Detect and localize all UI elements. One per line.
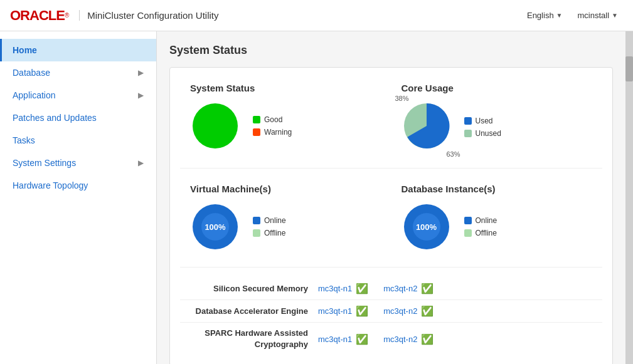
- system-status-card: System Status Good: [180, 78, 391, 158]
- db-card: Database Instance(s) 100%: [391, 179, 603, 257]
- legend-used: Used: [464, 117, 501, 125]
- feature-node-2-1: mc3qt-n2 ✅: [383, 333, 434, 345]
- legend-unused-label: Unused: [476, 129, 501, 138]
- sidebar: Home Database ▶ Application ▶ Patches an…: [0, 31, 157, 364]
- feature-nodes-2: mc3qt-n1 ✅ mc3qt-n2 ✅: [318, 333, 602, 345]
- content-area: System Status System Status: [157, 31, 625, 364]
- sidebar-item-system-settings[interactable]: System Settings ▶: [0, 152, 156, 174]
- feature-name-2: SPARC Hardware Assisted Cryptography: [180, 328, 318, 350]
- main-layout: Home Database ▶ Application ▶ Patches an…: [0, 31, 633, 364]
- check-icon-2-0: ✅: [356, 333, 368, 345]
- sidebar-item-tasks-label: Tasks: [13, 135, 35, 145]
- feature-nodes-1: mc3qt-n1 ✅ mc3qt-n2 ✅: [318, 305, 602, 317]
- legend-good: Good: [253, 115, 292, 124]
- sidebar-item-application-label: Application: [13, 90, 56, 100]
- page-title: System Status: [169, 44, 613, 57]
- status-grid: System Status Good: [169, 67, 613, 364]
- system-status-legend: Good Warning: [253, 115, 292, 137]
- user-label: mcinstall: [578, 11, 610, 20]
- vm-title: Virtual Machine(s): [190, 184, 381, 194]
- feature-row-0: Silicon Secured Memory mc3qt-n1 ✅ mc3qt-…: [180, 278, 602, 299]
- system-status-chart: [190, 101, 240, 151]
- db-offline-label: Offline: [476, 229, 497, 237]
- db-legend: Online Offline: [464, 216, 497, 237]
- node-label-0-1: mc3qt-n2: [383, 284, 417, 293]
- legend-good-label: Good: [264, 115, 282, 124]
- sidebar-item-hardware-topology[interactable]: Hardware Topology: [0, 174, 156, 197]
- node-label-0-0: mc3qt-n1: [318, 284, 352, 293]
- sidebar-arrow-application-icon: ▶: [138, 91, 144, 100]
- language-chevron-icon: ▼: [556, 12, 563, 19]
- core-usage-title: Core Usage: [402, 83, 593, 93]
- cards-row-1: System Status Good: [180, 78, 602, 169]
- vm-donut-section: 100% Online Offline: [190, 202, 381, 252]
- check-icon-1-0: ✅: [356, 305, 368, 317]
- app-title: MiniCluster Configuration Utility: [79, 10, 218, 21]
- scrollbar[interactable]: [625, 31, 633, 364]
- unused-pct-label: 38%: [395, 95, 409, 102]
- sidebar-item-tasks[interactable]: Tasks: [0, 129, 156, 152]
- vm-pct-label: 100%: [205, 222, 225, 232]
- sidebar-item-home-label: Home: [13, 45, 37, 55]
- feature-name-0: Silicon Secured Memory: [180, 284, 318, 293]
- core-usage-legend: Used Unused: [464, 117, 501, 138]
- sidebar-item-application[interactable]: Application ▶: [0, 84, 156, 107]
- system-status-title: System Status: [190, 83, 381, 93]
- feature-node-2-0: mc3qt-n1 ✅: [318, 333, 368, 345]
- feature-node-0-0: mc3qt-n1 ✅: [318, 283, 368, 294]
- core-usage-pie-wrap: 38% 63%: [402, 101, 452, 153]
- used-pct-label: 63%: [446, 150, 460, 158]
- feature-name-2-text: SPARC Hardware Assisted Cryptography: [205, 328, 308, 349]
- db-online-label: Online: [476, 216, 497, 225]
- svg-point-0: [193, 103, 238, 148]
- feature-table: Silicon Secured Memory mc3qt-n1 ✅ mc3qt-…: [180, 278, 602, 355]
- db-legend-offline: Offline: [464, 229, 497, 237]
- feature-nodes-0: mc3qt-n1 ✅ mc3qt-n2 ✅: [318, 283, 602, 294]
- legend-warning: Warning: [253, 128, 292, 137]
- feature-node-1-0: mc3qt-n1 ✅: [318, 305, 368, 317]
- check-icon-0-0: ✅: [356, 283, 368, 294]
- check-icon-1-1: ✅: [421, 305, 434, 317]
- sidebar-item-home[interactable]: Home: [0, 39, 156, 61]
- sidebar-arrow-database-icon: ▶: [138, 68, 144, 77]
- feature-row-2: SPARC Hardware Assisted Cryptography mc3…: [180, 322, 602, 355]
- node-label-1-1: mc3qt-n2: [383, 306, 417, 316]
- vm-online-label: Online: [264, 216, 286, 225]
- sidebar-item-patches[interactable]: Patches and Updates: [0, 107, 156, 129]
- feature-node-0-1: mc3qt-n2 ✅: [383, 283, 434, 294]
- user-menu[interactable]: mcinstall ▼: [573, 8, 623, 23]
- scrollbar-thumb[interactable]: [625, 56, 633, 81]
- legend-unused: Unused: [464, 129, 501, 138]
- sidebar-item-patches-label: Patches and Updates: [13, 113, 97, 123]
- oracle-registered: ®: [65, 12, 69, 19]
- db-legend-online: Online: [464, 216, 497, 225]
- system-status-pie: [190, 101, 240, 151]
- legend-unused-dot: [464, 130, 472, 137]
- sidebar-item-topology-label: Hardware Topology: [13, 180, 88, 190]
- system-status-pie-section: Good Warning: [190, 101, 381, 151]
- oracle-logo: ORACLE ®: [10, 8, 69, 24]
- header: ORACLE ® MiniCluster Configuration Utili…: [0, 0, 633, 31]
- features-section: Silicon Secured Memory mc3qt-n1 ✅ mc3qt-…: [180, 278, 602, 355]
- sidebar-item-settings-label: System Settings: [13, 158, 76, 168]
- legend-used-label: Used: [476, 117, 493, 125]
- header-right: English ▼ mcinstall ▼: [522, 8, 623, 23]
- feature-row-1: Database Accelerator Engine mc3qt-n1 ✅ m…: [180, 299, 602, 322]
- vm-online-dot: [253, 217, 260, 224]
- check-icon-0-1: ✅: [421, 283, 434, 294]
- header-left: ORACLE ® MiniCluster Configuration Utili…: [10, 8, 219, 24]
- cards-row-2: Virtual Machine(s) 100%: [180, 179, 602, 268]
- language-selector[interactable]: English ▼: [522, 8, 568, 23]
- db-online-dot: [464, 217, 472, 224]
- legend-warning-label: Warning: [264, 128, 292, 137]
- language-label: English: [527, 11, 554, 20]
- db-title: Database Instance(s): [402, 184, 593, 194]
- core-usage-pie-section: 38% 63%: [402, 101, 593, 153]
- sidebar-item-database[interactable]: Database ▶: [0, 61, 156, 84]
- check-icon-2-1: ✅: [421, 333, 434, 345]
- feature-name-1: Database Accelerator Engine: [180, 306, 318, 316]
- vm-legend-offline: Offline: [253, 229, 286, 237]
- vm-offline-label: Offline: [264, 229, 285, 237]
- feature-node-1-1: mc3qt-n2 ✅: [383, 305, 434, 317]
- cards-row-3: Silicon Secured Memory mc3qt-n1 ✅ mc3qt-…: [180, 278, 602, 355]
